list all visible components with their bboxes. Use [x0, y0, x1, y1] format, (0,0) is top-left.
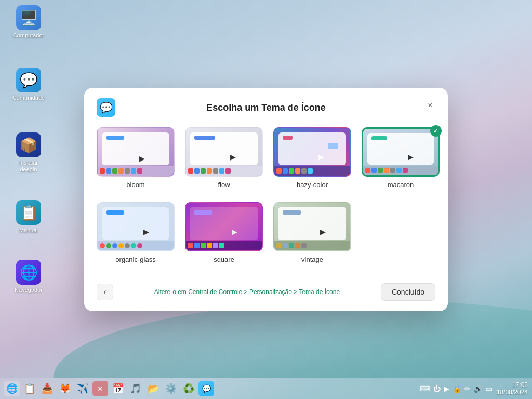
preview-window	[367, 133, 434, 165]
theme-name-bloom: bloom	[126, 181, 144, 189]
taskbar-strip	[98, 166, 174, 176]
preview-window	[190, 207, 258, 240]
dialog-title: Escolha um Tema de Ícone	[122, 102, 410, 113]
taskbar-strip	[274, 166, 350, 176]
cursor-icon: ▶	[320, 228, 326, 236]
preview-window	[102, 132, 169, 165]
taskbar-strip	[274, 241, 350, 250]
preview-window	[278, 132, 346, 165]
theme-name-flow: flow	[218, 181, 230, 189]
theme-name-square: square	[214, 256, 234, 263]
theme-preview-wrapper: ▶ ✓	[362, 127, 440, 177]
theme-preview-flow[interactable]: ▶	[185, 127, 263, 177]
theme-dialog: 💬 Escolha um Tema de Ícone × ▶	[84, 88, 448, 311]
theme-item-flow[interactable]: ▶ flow	[185, 127, 263, 192]
dialog-overlay: 💬 Escolha um Tema de Ícone × ▶	[0, 0, 532, 399]
cursor-icon: ▶	[408, 153, 414, 161]
dialog-app-icon: 💬	[97, 98, 115, 117]
cursor-icon: ▶	[232, 228, 237, 236]
dialog-footer: ‹ Altere-o em Central de Controle > Pers…	[84, 277, 448, 311]
theme-name-vintage: vintage	[301, 256, 323, 263]
close-button[interactable]: ×	[423, 98, 437, 113]
cursor-icon: ▶	[230, 153, 236, 161]
taskbar-strip	[363, 166, 438, 175]
theme-item-hazy[interactable]: ▶ hazy-color	[273, 127, 351, 192]
theme-preview-hazy[interactable]: ▶	[273, 127, 351, 177]
selected-checkmark: ✓	[430, 125, 442, 137]
theme-name-organic: organic-glass	[115, 256, 155, 263]
theme-item-vintage[interactable]: ▶ vintage	[273, 202, 351, 267]
theme-item-organic[interactable]: ▶ organic-glass	[97, 202, 175, 267]
theme-name-macaron: macaron	[388, 181, 414, 189]
theme-preview-vintage[interactable]: ▶	[273, 202, 351, 251]
theme-preview-organic[interactable]: ▶	[97, 202, 175, 251]
control-center-link[interactable]: Altere-o em Central de Controle > Person…	[113, 288, 381, 296]
cursor-icon: ▶	[318, 153, 324, 161]
theme-item-bloom[interactable]: ▶ bloom	[97, 127, 175, 192]
cursor-icon: ▶	[143, 228, 149, 236]
theme-item-macaron[interactable]: ▶ ✓ m	[362, 127, 440, 192]
preview-window	[278, 207, 346, 240]
taskbar-strip	[186, 166, 262, 176]
preview-window	[190, 132, 258, 165]
theme-item-square[interactable]: ▶ square	[185, 202, 263, 267]
taskbar-strip	[98, 241, 174, 250]
back-button[interactable]: ‹	[97, 284, 113, 300]
cursor-icon: ▶	[139, 154, 145, 163]
theme-name-hazy: hazy-color	[297, 181, 328, 189]
themes-grid: ▶ bloom	[84, 122, 448, 277]
dialog-header: 💬 Escolha um Tema de Ícone ×	[84, 88, 448, 122]
taskbar-strip	[186, 241, 262, 250]
theme-preview-square[interactable]: ▶	[185, 202, 263, 251]
desktop: 🖥️ Computador 💬 Comunidade 📦 Instalardee…	[0, 0, 532, 399]
preview-window	[102, 207, 169, 240]
theme-preview-bloom[interactable]: ▶	[97, 127, 175, 177]
done-button[interactable]: Concluído	[381, 283, 435, 301]
theme-preview-macaron[interactable]: ▶	[362, 127, 440, 177]
